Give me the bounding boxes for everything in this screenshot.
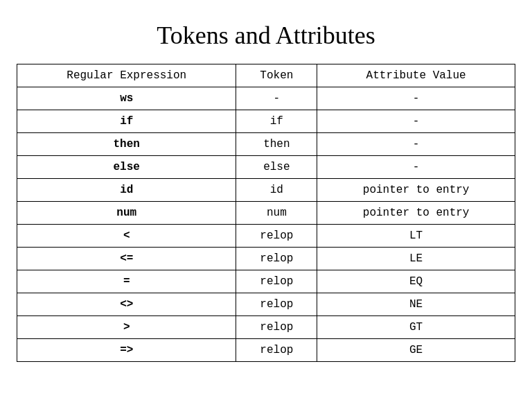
- cell-attribute: pointer to entry: [317, 179, 515, 202]
- table-header-row: Regular Expression Token Attribute Value: [17, 64, 515, 87]
- cell-token: relop: [236, 225, 317, 248]
- cell-attribute: -: [317, 110, 515, 133]
- table-row: ws--: [17, 87, 515, 110]
- table-row: =>relopGE: [17, 339, 515, 362]
- table-row: >relopGT: [17, 316, 515, 339]
- cell-regex: <=: [17, 248, 236, 270]
- cell-token: if: [236, 110, 317, 133]
- table-row: ifif-: [17, 110, 515, 133]
- cell-token: relop: [236, 339, 317, 362]
- cell-attribute: GT: [317, 316, 515, 339]
- table-row: ididpointer to entry: [17, 179, 515, 202]
- cell-token: -: [236, 87, 317, 110]
- table-row: <>relopNE: [17, 293, 515, 316]
- cell-regex: id: [17, 179, 236, 202]
- table-row: <=relopLE: [17, 248, 515, 270]
- cell-regex: ws: [17, 87, 236, 110]
- cell-token: id: [236, 179, 317, 202]
- cell-token: relop: [236, 293, 317, 316]
- cell-token: relop: [236, 270, 317, 293]
- cell-token: then: [236, 133, 317, 156]
- cell-attribute: EQ: [317, 270, 515, 293]
- table-row: =relopEQ: [17, 270, 515, 293]
- cell-regex: if: [17, 110, 236, 133]
- cell-attribute: LE: [317, 248, 515, 270]
- cell-regex: =: [17, 270, 236, 293]
- cell-attribute: pointer to entry: [317, 202, 515, 225]
- cell-token: relop: [236, 248, 317, 270]
- table-row: <relopLT: [17, 225, 515, 248]
- cell-attribute: GE: [317, 339, 515, 362]
- header-attribute: Attribute Value: [317, 64, 515, 87]
- header-token: Token: [236, 64, 317, 87]
- cell-token: relop: [236, 316, 317, 339]
- cell-attribute: -: [317, 87, 515, 110]
- cell-regex: then: [17, 133, 236, 156]
- cell-attribute: LT: [317, 225, 515, 248]
- cell-attribute: NE: [317, 293, 515, 316]
- cell-regex: >: [17, 316, 236, 339]
- table-row: elseelse-: [17, 156, 515, 179]
- cell-attribute: -: [317, 133, 515, 156]
- cell-token: else: [236, 156, 317, 179]
- cell-regex: else: [17, 156, 236, 179]
- cell-regex: =>: [17, 339, 236, 362]
- cell-attribute: -: [317, 156, 515, 179]
- cell-token: num: [236, 202, 317, 225]
- table-row: numnumpointer to entry: [17, 202, 515, 225]
- cell-regex: <>: [17, 293, 236, 316]
- cell-regex: <: [17, 225, 236, 248]
- header-regex: Regular Expression: [17, 64, 236, 87]
- tokens-table: Regular Expression Token Attribute Value…: [17, 64, 515, 362]
- page-title: Tokens and Attributes: [157, 21, 375, 50]
- cell-regex: num: [17, 202, 236, 225]
- table-row: thenthen-: [17, 133, 515, 156]
